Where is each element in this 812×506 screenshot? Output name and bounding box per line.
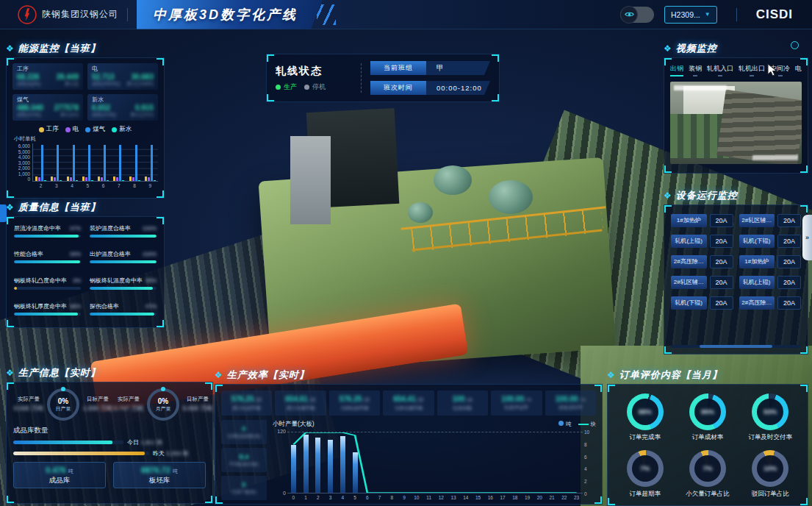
hour-x-tick: 12 — [435, 495, 448, 500]
diamond-icon: ❖ — [6, 44, 14, 53]
energy-bar — [135, 145, 137, 181]
quality-label-row: 探伤合格率97% — [90, 302, 157, 310]
energy-bar-group — [67, 145, 78, 181]
diamond-icon: ❖ — [6, 368, 14, 377]
energy-card-name: 电 — [92, 65, 154, 73]
status-chip-value: 00:00-12:00 — [426, 81, 490, 95]
energy-card-name: 煤气 — [17, 96, 79, 104]
camera-tab-中间冷[interactable]: 中间冷 — [770, 64, 790, 76]
quality-item: 性能合格率99% — [14, 250, 81, 269]
camera-tab-轧机出口[interactable]: 轧机出口 — [739, 64, 765, 76]
camera-tab-电动热…[interactable]: 电动热… — [795, 64, 802, 76]
header-divider — [127, 8, 128, 21]
hour-x-tick: 10 — [411, 495, 423, 500]
efficiency-side-box: 0当班产量(吨) — [221, 476, 267, 500]
efficiency-stat-cell: 654.61|秒累计出钢节奏 — [275, 391, 326, 416]
hour-x-tick: 7 — [373, 495, 386, 500]
diamond-icon: ❖ — [607, 371, 615, 380]
actual-output-value: 0.747 万吨 — [113, 405, 144, 413]
energy-bar — [91, 180, 93, 181]
efficiency-stat-cell: 100.00|%设备运转率 — [545, 391, 596, 416]
section-title: 质量信息【当班】 — [18, 201, 101, 214]
heat-number-dropdown[interactable]: H2309... ▼ — [664, 6, 717, 24]
energy-bar — [57, 145, 59, 181]
side-stat-value: 0 — [242, 480, 245, 488]
camera-tab-轧机入口[interactable]: 轧机入口 — [707, 64, 733, 76]
equipment-pair: 2#轧区辅…20A — [739, 214, 802, 227]
energy-bar — [138, 180, 140, 181]
quality-percent: 96% — [70, 303, 81, 310]
hourly-output-chart: 小时产量(大板) 吨块 120 0 1086420 01234567891011… — [273, 420, 596, 500]
scrollbar-handle[interactable] — [700, 345, 772, 348]
y-tick: 5,000 — [18, 149, 30, 154]
video-watermark-overlay — [752, 155, 798, 160]
equipment-row: 轧机(上辊)20A轧机(下辊)20A — [671, 235, 801, 248]
diamond-icon: ❖ — [664, 191, 672, 200]
x-tick: 3 — [55, 183, 58, 188]
donut-hole: 93% — [757, 399, 783, 425]
equipment-current-value: 20A — [777, 276, 801, 289]
energy-value: 486.040 — [17, 104, 43, 112]
energy-card-name: 工序 — [17, 65, 79, 73]
hour-x-tick: 2 — [312, 495, 325, 500]
order-donut-ring: 10% — [752, 450, 788, 487]
quality-label-row: 层流冷温度命中率97% — [14, 224, 81, 232]
line-status-panel: 轧线状态 生产停机 当前班组甲班次时间00:00-12:00 — [266, 54, 500, 102]
visibility-toggle[interactable] — [620, 7, 654, 23]
equipment-monitor-section: ❖ 设备运行监控 1#加热炉20A2#轧区辅…20A轧机(上辊)20A轧机(下辊… — [664, 188, 808, 354]
yesterday-stock-bar: 昨天 5,203 块 — [13, 449, 206, 457]
page-title: 中厚板3D数字化产线 — [153, 6, 298, 24]
cctv-video-feed[interactable] — [670, 82, 802, 164]
mill-cylinder — [434, 165, 472, 195]
line-status-legend: 生产停机 — [276, 82, 352, 92]
hour-x-tick: 20 — [533, 495, 546, 500]
efficiency-stat-cell: 100.00|%轧机作业率 — [491, 391, 542, 416]
equipment-rows: 1#加热炉20A2#轧区辅…20A轧机(上辊)20A轧机(下辊)20A2#高压除… — [671, 214, 801, 310]
equipment-current-value: 20A — [777, 235, 801, 248]
equipment-scrollbar[interactable] — [671, 345, 801, 348]
order-donut-ring: 95% — [689, 393, 726, 430]
efficiency-stat-value: 100|块 — [453, 395, 473, 404]
energy-bar — [41, 145, 43, 181]
energy-bar-group — [98, 145, 109, 181]
donut-hole: 98% — [632, 399, 658, 425]
finished-stock-value: 0.476 — [46, 466, 66, 474]
production-title-row: ❖ 生产信息【实时】 — [6, 366, 213, 380]
camera-tab-出钢[interactable]: 出钢 — [670, 64, 683, 76]
right-axis-tick: 2 — [584, 479, 594, 484]
production-panel: 实际产量 0.045 万吨 0% 日产量 目标产量 1.000 万吨 实际产量 — [6, 382, 213, 504]
y-tick: 0 — [27, 177, 30, 182]
energy-card: 工序68.22639.449单耗(kg/吨)累计(t) — [12, 63, 83, 90]
section-title: 能源监控【当班】 — [18, 42, 101, 55]
equipment-label: 轧机(上辊) — [739, 276, 775, 289]
efficiency-stat-value: 576.25|秒 — [231, 395, 262, 404]
quality-label: 探伤合格率 — [90, 302, 119, 310]
target-output-value: 5.000 万吨 — [182, 405, 213, 413]
camera-tab-装钢[interactable]: 装钢 — [689, 64, 702, 76]
energy-value: 30.683 — [131, 73, 154, 81]
quality-label: 层流冷温度命中率 — [14, 224, 61, 232]
energy-unit: 累计(t) — [65, 81, 79, 88]
energy-plot-area — [32, 143, 158, 182]
slab-stock-card[interactable]: 8876.72 吨 板坯库 — [113, 462, 206, 488]
side-stat-value: 8.4 — [239, 452, 248, 460]
gauge-percent: 7% — [703, 465, 712, 472]
energy-bar — [60, 180, 62, 181]
efficiency-section: ❖ 生产效率【实时】 576.25|秒累计轧制节奏654.61|秒累计出钢节奏5… — [215, 368, 603, 505]
right-panel-collapse-tab[interactable]: » — [802, 215, 812, 260]
efficiency-stat-value: 576.25|秒 — [339, 395, 370, 404]
hour-x-tick: 4 — [337, 495, 349, 500]
quality-label: 装炉温度合格率 — [90, 224, 131, 232]
video-panel-collapse-icon[interactable] — [791, 41, 799, 49]
legend-dot-icon — [85, 127, 90, 132]
left-panel-collapse-tab[interactable] — [0, 204, 7, 222]
hour-x-tick: 19 — [521, 495, 533, 500]
status-chip-row: 当前班组甲 — [370, 61, 490, 75]
donut-hole: 7% — [694, 455, 721, 482]
quality-bar-track — [90, 287, 157, 290]
hourly-x-axis: 01234567891011121314151617181920212223 — [287, 495, 583, 500]
right-axis-tick: 0 — [584, 491, 594, 496]
hour-x-tick: 18 — [509, 495, 522, 500]
finished-stock-card[interactable]: 0.476 吨 成品库 — [13, 462, 106, 488]
quality-item: 出炉温度合格率100% — [90, 250, 157, 269]
